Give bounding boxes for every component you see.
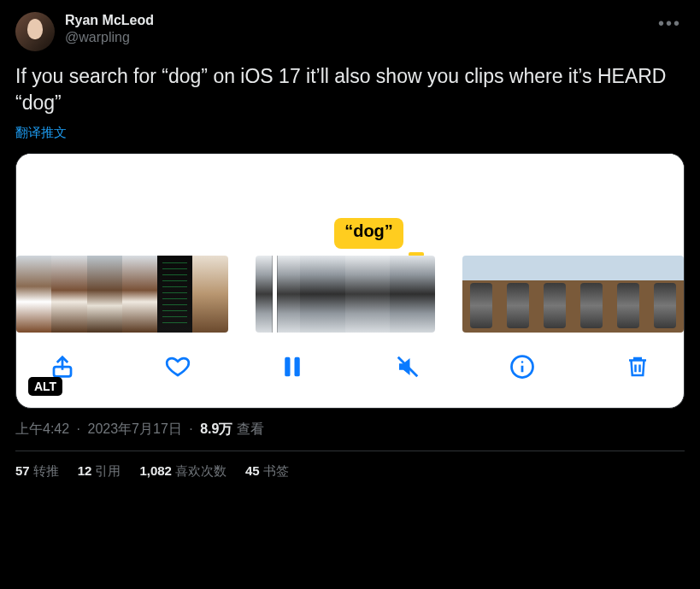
mute-icon[interactable] (391, 350, 425, 384)
tweet-header: Ryan McLeod @warpling ••• (15, 12, 685, 51)
info-icon[interactable] (505, 350, 539, 384)
thumbnail-frame (192, 256, 227, 333)
meta-separator: · (189, 421, 192, 436)
heart-icon[interactable] (161, 350, 195, 384)
trash-icon[interactable] (621, 350, 655, 384)
playhead[interactable] (273, 256, 277, 333)
clip-group-3[interactable] (462, 256, 684, 333)
clip-group-2[interactable] (256, 256, 435, 333)
thumbnail-frame (87, 256, 122, 333)
tweet-text: If you search for “dog” on iOS 17 it’ll … (15, 63, 685, 116)
author-handle: @warpling (65, 29, 154, 46)
retweets-stat[interactable]: 57转推 (15, 463, 59, 480)
svg-rect-2 (295, 357, 300, 377)
likes-label: 喜欢次数 (175, 463, 226, 478)
likes-count: 1,082 (139, 463, 172, 478)
tweet-time[interactable]: 上午4:42 (15, 421, 69, 436)
thumbnail-frame (462, 256, 499, 333)
thumbnail-frame (647, 256, 684, 333)
tweet-stats: 57转推 12引用 1,082喜欢次数 45书签 (15, 463, 685, 480)
media-whitespace (16, 154, 684, 218)
tweet-meta: 上午4:42 · 2023年7月17日 · 8.9万 查看 (15, 421, 685, 439)
alt-badge[interactable]: ALT (28, 377, 62, 396)
retweets-label: 转推 (33, 463, 59, 478)
thumbnail-frame (345, 256, 391, 333)
avatar[interactable] (15, 12, 55, 51)
svg-point-6 (521, 361, 524, 363)
pause-icon[interactable] (275, 350, 309, 384)
video-timeline[interactable] (16, 256, 684, 333)
bookmarks-count: 45 (245, 463, 260, 478)
search-tag-badge: “dog” (334, 218, 403, 249)
views-label: 查看 (237, 421, 264, 436)
thumbnail-frame (122, 256, 157, 333)
svg-rect-1 (285, 357, 290, 377)
thumbnail-frame (610, 256, 647, 333)
meta-separator: · (77, 421, 80, 436)
thumbnail-frame (157, 256, 192, 333)
clip-group-1[interactable] (16, 256, 228, 333)
author-name-block[interactable]: Ryan McLeod @warpling (65, 12, 154, 46)
likes-stat[interactable]: 1,082喜欢次数 (139, 463, 226, 480)
author-display-name: Ryan McLeod (65, 12, 154, 29)
retweets-count: 57 (15, 463, 30, 478)
bookmarks-label: 书签 (263, 463, 289, 478)
tweet-date[interactable]: 2023年7月17日 (88, 421, 182, 436)
thumbnail-frame (574, 256, 610, 333)
thumbnail-frame (16, 256, 51, 333)
bookmarks-stat[interactable]: 45书签 (245, 463, 289, 480)
thumbnail-frame (390, 256, 435, 333)
more-options-button[interactable]: ••• (655, 12, 685, 35)
media-toolbar (16, 333, 684, 408)
thumbnail-frame (536, 256, 573, 333)
thumbnail-frame (300, 256, 345, 333)
thumbnail-frame (256, 256, 301, 333)
quotes-stat[interactable]: 12引用 (78, 463, 121, 480)
thumbnail-frame (51, 256, 86, 333)
quotes-label: 引用 (95, 463, 121, 478)
search-tag-row: “dog” (16, 218, 684, 249)
media-card[interactable]: “dog” (15, 153, 685, 409)
translate-link[interactable]: 翻译推文 (15, 125, 67, 141)
views-count[interactable]: 8.9万 (200, 421, 232, 436)
divider (15, 451, 685, 451)
thumbnail-frame (499, 256, 536, 333)
tweet-container: Ryan McLeod @warpling ••• If you search … (0, 0, 700, 488)
quotes-count: 12 (78, 463, 92, 478)
